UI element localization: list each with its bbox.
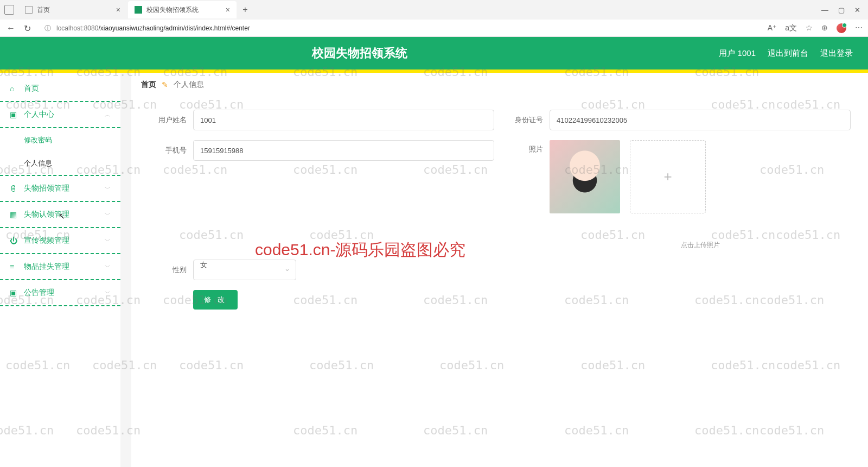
- breadcrumb-current: 个人信息: [174, 80, 204, 90]
- tab-bar: 首页 × 校园失物招领系统 × + — ▢ ✕: [0, 0, 868, 20]
- phone-label: 手机号: [149, 146, 187, 155]
- toolbar-icons: A⁺ a文 ☆ ⊕ ⋯: [768, 23, 863, 33]
- current-user[interactable]: 用户 1001: [719, 48, 756, 59]
- sidebar-item-label: 失物招领管理: [24, 184, 69, 193]
- main-content: 首页 ✎ 个人信息 用户姓名 身份证号 手机号: [131, 73, 868, 467]
- database-icon: 🛢: [10, 184, 18, 193]
- photo-preview[interactable]: [550, 140, 620, 213]
- tab-title: 校园失物招领系统: [146, 5, 199, 15]
- gender-select[interactable]: 女: [193, 260, 296, 280]
- sidebar-item-lost-found[interactable]: 🛢 失物招领管理 ﹀: [0, 176, 120, 202]
- user-icon: ▣: [10, 288, 18, 297]
- sidebar-item-video[interactable]: ⏻ 宣传视频管理 ﹀: [0, 228, 120, 254]
- chevron-up-icon: ︿: [105, 111, 111, 119]
- gender-label: 性别: [149, 265, 187, 275]
- refresh-button[interactable]: ↻: [22, 23, 33, 34]
- new-tab-button[interactable]: +: [238, 5, 253, 15]
- url-input[interactable]: ⓘ localhost:8080 /xiaoyuansiwuzhaoling/a…: [38, 21, 762, 35]
- sidebar-item-label: 物品挂失管理: [24, 262, 69, 272]
- sidebar: ⌂ 首页 ▣ 个人中心 ︿ 修改密码 个人信息 🛢 失物招领管理 ﹀ ▦ 失物认…: [0, 73, 120, 467]
- read-aloud-icon[interactable]: A⁺: [768, 23, 776, 33]
- tab-overview-button[interactable]: [4, 5, 14, 15]
- main-layout: ⌂ 首页 ▣ 个人中心 ︿ 修改密码 个人信息 🛢 失物招领管理 ﹀ ▦ 失物认…: [0, 73, 868, 467]
- sidebar-item-announcement[interactable]: ▣ 公告管理 ﹀: [0, 280, 120, 306]
- more-icon[interactable]: ⋯: [855, 23, 863, 33]
- chevron-down-icon: ﹀: [105, 237, 111, 245]
- url-path: /xiaoyuansiwuzhaoling/admin/dist/index.h…: [98, 24, 250, 32]
- sidebar-item-label: 失物认领管理: [24, 210, 69, 219]
- sidebar-item-report-lost[interactable]: ≡ 物品挂失管理 ﹀: [0, 254, 120, 280]
- site-info-icon[interactable]: ⓘ: [44, 24, 51, 33]
- chevron-down-icon: ﹀: [105, 289, 111, 297]
- favorite-icon[interactable]: ☆: [806, 23, 813, 33]
- close-window-button[interactable]: ✕: [854, 6, 860, 14]
- idcard-input[interactable]: [550, 110, 851, 130]
- address-bar: ← ↻ ⓘ localhost:8080 /xiaoyuansiwuzhaoli…: [0, 20, 868, 37]
- url-host: localhost:8080: [56, 24, 98, 32]
- translate-icon[interactable]: a文: [785, 23, 797, 33]
- list-icon: ≡: [10, 262, 18, 271]
- submenu-label: 个人信息: [24, 159, 52, 168]
- browser-tab-1[interactable]: 首页 ×: [18, 1, 127, 18]
- submenu-personal-info[interactable]: 个人信息: [0, 152, 120, 176]
- window-controls: — ▢ ✕: [821, 6, 868, 14]
- minimize-button[interactable]: —: [821, 6, 828, 14]
- logout-link[interactable]: 退出登录: [820, 48, 853, 59]
- username-label: 用户姓名: [149, 115, 187, 125]
- exit-to-front-link[interactable]: 退出到前台: [768, 48, 808, 59]
- submenu-change-password[interactable]: 修改密码: [0, 128, 120, 152]
- sidebar-item-label: 个人中心: [24, 110, 54, 119]
- phone-input[interactable]: [193, 140, 494, 161]
- sidebar-item-label: 宣传视频管理: [24, 236, 69, 245]
- app-title: 校园失物招领系统: [0, 45, 719, 61]
- chevron-down-icon: ﹀: [105, 211, 111, 219]
- browser-chrome: 首页 × 校园失物招领系统 × + — ▢ ✕ ← ↻ ⓘ localhost:…: [0, 0, 868, 37]
- power-icon: ⏻: [10, 236, 18, 245]
- chevron-down-icon: ﹀: [105, 263, 111, 271]
- profile-avatar[interactable]: [837, 23, 846, 33]
- gender-value: 女: [200, 261, 207, 269]
- browser-tab-2-active[interactable]: 校园失物招领系统 ×: [128, 1, 237, 18]
- photo-upload-button[interactable]: +: [630, 140, 706, 213]
- tab-close-icon[interactable]: ×: [116, 5, 120, 14]
- pen-icon: ✎: [162, 80, 168, 89]
- header-actions: 用户 1001 退出到前台 退出登录: [719, 48, 868, 59]
- maximize-button[interactable]: ▢: [838, 6, 845, 14]
- collections-icon[interactable]: ⊕: [821, 23, 828, 33]
- photo-label: 照片: [505, 144, 543, 154]
- favicon-icon: [135, 6, 142, 14]
- username-input[interactable]: [193, 110, 494, 130]
- chevron-down-icon: ﹀: [105, 185, 111, 193]
- sidebar-item-label: 首页: [24, 84, 39, 93]
- sidebar-item-home[interactable]: ⌂ 首页: [0, 76, 120, 102]
- app-header: 校园失物招领系统 用户 1001 退出到前台 退出登录: [0, 37, 868, 70]
- tab-close-icon[interactable]: ×: [226, 5, 230, 14]
- favicon-icon: [25, 6, 33, 14]
- plus-icon: +: [663, 168, 672, 185]
- home-icon: ⌂: [10, 84, 18, 93]
- sidebar-item-claim[interactable]: ▦ 失物认领管理 ﹀: [0, 202, 120, 228]
- idcard-label: 身份证号: [505, 115, 543, 125]
- sidebar-item-label: 公告管理: [24, 288, 54, 298]
- breadcrumb-home[interactable]: 首页: [141, 80, 156, 90]
- sidebar-item-profile-center[interactable]: ▣ 个人中心 ︿: [0, 102, 120, 128]
- submit-button[interactable]: 修 改: [193, 290, 238, 310]
- breadcrumb: 首页 ✎ 个人信息: [131, 73, 868, 97]
- submenu-label: 修改密码: [24, 135, 52, 145]
- user-icon: ▣: [10, 110, 18, 119]
- photo-upload-hint: 点击上传照片: [550, 241, 851, 250]
- profile-form: 用户姓名 身份证号 手机号 照片: [131, 97, 868, 332]
- back-button[interactable]: ←: [5, 23, 16, 34]
- tab-title: 首页: [37, 5, 50, 15]
- grid-icon: ▦: [10, 210, 18, 219]
